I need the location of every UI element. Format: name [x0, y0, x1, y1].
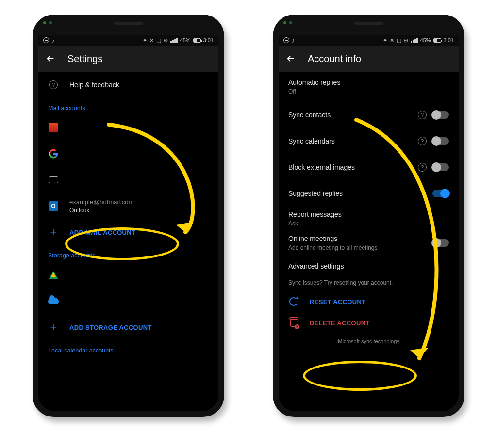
- help-icon[interactable]: ?: [418, 137, 427, 145]
- screen-left: ♪ ⁕ ✕ ▢ ⊚ 45% 3:01 Settings ? Help & fee…: [38, 35, 218, 411]
- status-bar: ♪ ⁕ ✕ ▢ ⊚ 45% 3:01: [279, 35, 459, 46]
- page-title: Settings: [67, 53, 102, 64]
- status-bar: ♪ ⁕ ✕ ▢ ⊚ 45% 3:01: [38, 35, 218, 46]
- back-icon[interactable]: [45, 53, 56, 64]
- music-icon: ♪: [51, 37, 55, 44]
- screen-right: ♪ ⁕ ✕ ▢ ⊚ 45% 3:01 Account info Automati…: [279, 35, 459, 411]
- page-title: Account info: [308, 53, 361, 64]
- sync-contacts-toggle[interactable]: [432, 111, 449, 119]
- gdrive-icon: [49, 271, 58, 279]
- online-meetings-sub: Add online meeting to all meetings: [288, 244, 422, 252]
- online-meetings-label: Online meetings: [288, 234, 422, 243]
- delete-account[interactable]: ✕ DELETE ACCOUNT: [279, 312, 459, 334]
- reset-account[interactable]: RESET ACCOUNT: [279, 291, 459, 312]
- automatic-replies-value: Off: [288, 88, 449, 96]
- wifi-icon: ⊚: [164, 37, 168, 44]
- battery-text: 45%: [420, 37, 431, 43]
- advanced-settings-label: Advanced settings: [288, 262, 449, 271]
- mute-icon: ✕: [149, 37, 154, 44]
- online-meetings-row: Online meetings Add online meeting to al…: [279, 231, 459, 255]
- signal-icon: [411, 38, 418, 43]
- sync-calendars-label: Sync calendars: [288, 137, 407, 146]
- report-messages-label: Report messages: [288, 210, 449, 219]
- section-local-calendar: Local calendar accounts: [38, 340, 218, 357]
- account-provider: Outlook: [69, 207, 209, 214]
- music-icon: ♪: [292, 37, 295, 44]
- signal-icon: [170, 38, 178, 43]
- help-icon: ?: [49, 80, 58, 89]
- advanced-settings-row[interactable]: Advanced settings: [279, 255, 459, 277]
- report-messages-row[interactable]: Report messages Ask: [279, 207, 459, 231]
- mail-icon: [49, 176, 58, 183]
- storage-onedrive[interactable]: [38, 288, 218, 314]
- report-messages-value: Ask: [288, 220, 449, 227]
- account-generic-mail[interactable]: [38, 167, 218, 193]
- outlook-icon: O: [49, 201, 58, 211]
- storage-gdrive[interactable]: [38, 262, 218, 288]
- sync-calendars-row: Sync calendars ?: [279, 128, 459, 154]
- section-mail-accounts: Mail accounts: [38, 98, 218, 114]
- suggested-replies-row: Suggested replies: [279, 180, 459, 207]
- onedrive-icon: [48, 298, 59, 304]
- account-office[interactable]: [38, 114, 218, 141]
- battery-text: 45%: [180, 37, 191, 43]
- block-images-toggle[interactable]: [432, 163, 449, 171]
- back-icon[interactable]: [285, 53, 296, 64]
- bluetooth-icon: ⁕: [383, 37, 387, 44]
- help-icon[interactable]: ?: [418, 163, 427, 172]
- clock: 3:01: [444, 37, 454, 43]
- suggested-replies-toggle[interactable]: [432, 190, 449, 197]
- add-mail-account[interactable]: + ADD MAIL ACCOUNT: [38, 219, 218, 245]
- delete-account-label: DELETE ACCOUNT: [310, 320, 370, 327]
- section-storage-accounts: Storage accounts: [38, 245, 218, 262]
- trash-icon: ✕: [290, 319, 297, 327]
- sync-tech-footer: Microsoft sync technology: [279, 334, 459, 346]
- automatic-replies-label: Automatic replies: [288, 78, 449, 87]
- sync-hint: Sync issues? Try resetting your account.: [279, 277, 459, 291]
- suggested-replies-label: Suggested replies: [288, 189, 422, 198]
- account-email: example@hotmail.com: [69, 198, 209, 207]
- phone-left: ♪ ⁕ ✕ ▢ ⊚ 45% 3:01 Settings ? Help & fee…: [33, 15, 224, 417]
- sync-contacts-label: Sync contacts: [288, 111, 407, 120]
- block-images-row: Block external images ?: [279, 154, 459, 180]
- add-storage-label: ADD STORAGE ACCOUNT: [69, 324, 152, 331]
- help-icon[interactable]: ?: [418, 111, 427, 119]
- add-mail-label: ADD MAIL ACCOUNT: [69, 229, 135, 236]
- mute-icon: ✕: [390, 37, 394, 44]
- app-bar: Settings: [38, 46, 218, 72]
- add-storage-account[interactable]: + ADD STORAGE ACCOUNT: [38, 314, 218, 340]
- bluetooth-icon: ⁕: [143, 37, 147, 44]
- battery-icon: [433, 38, 441, 43]
- block-images-label: Block external images: [288, 163, 407, 172]
- account-outlook[interactable]: O example@hotmail.com Outlook: [38, 193, 218, 219]
- annotation-ellipse-right: [303, 361, 417, 391]
- online-meetings-toggle[interactable]: [432, 239, 449, 247]
- reset-icon: [289, 297, 298, 306]
- help-feedback-label: Help & feedback: [69, 80, 209, 90]
- battery-icon: [193, 38, 201, 43]
- phone-right: ♪ ⁕ ✕ ▢ ⊚ 45% 3:01 Account info Automati…: [273, 15, 464, 417]
- help-feedback-row[interactable]: ? Help & feedback: [38, 72, 218, 98]
- google-icon: [49, 149, 58, 159]
- office-icon: [49, 123, 58, 132]
- reset-account-label: RESET ACCOUNT: [310, 298, 365, 305]
- clock: 3:01: [203, 37, 214, 43]
- account-google[interactable]: [38, 141, 218, 167]
- nfc-icon: ▢: [156, 37, 161, 44]
- dnd-icon: [283, 37, 289, 43]
- app-bar: Account info: [279, 46, 459, 72]
- dnd-icon: [43, 37, 49, 43]
- sync-contacts-row: Sync contacts ?: [279, 102, 459, 128]
- automatic-replies-row[interactable]: Automatic replies Off: [279, 72, 459, 102]
- plus-icon: +: [48, 227, 59, 238]
- nfc-icon: ▢: [397, 37, 401, 44]
- wifi-icon: ⊚: [404, 37, 408, 44]
- sync-calendars-toggle[interactable]: [432, 137, 449, 145]
- plus-icon: +: [48, 322, 59, 333]
